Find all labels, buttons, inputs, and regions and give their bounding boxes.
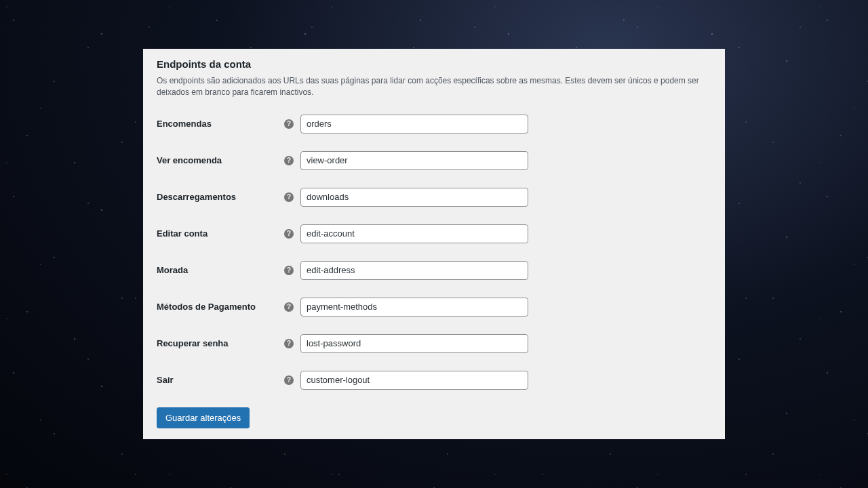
field-row-lost-password: Recuperar senha ? — [157, 334, 711, 353]
label-edit-address: Morada — [157, 265, 188, 275]
field-row-orders: Encomendas ? — [157, 115, 711, 134]
input-lost-password[interactable] — [300, 334, 528, 353]
label-lost-password: Recuperar senha — [157, 338, 229, 348]
help-icon[interactable]: ? — [284, 375, 294, 385]
field-row-view-order: Ver encomenda ? — [157, 151, 711, 170]
help-icon[interactable]: ? — [284, 156, 294, 165]
save-button[interactable]: Guardar alterações — [157, 407, 250, 428]
field-row-logout: Sair ? — [157, 371, 711, 390]
field-row-edit-address: Morada ? — [157, 261, 711, 280]
help-icon[interactable]: ? — [284, 119, 294, 129]
input-edit-address[interactable] — [300, 261, 528, 280]
section-description: Os endpoints são adicionados aos URLs da… — [157, 75, 711, 98]
label-logout: Sair — [157, 375, 174, 385]
label-view-order: Ver encomenda — [157, 155, 222, 165]
input-orders[interactable] — [300, 115, 528, 134]
help-icon[interactable]: ? — [284, 229, 294, 239]
label-downloads: Descarregamentos — [157, 192, 236, 202]
label-payment-methods: Métodos de Pagamento — [157, 302, 256, 312]
help-icon[interactable]: ? — [284, 339, 294, 348]
field-row-payment-methods: Métodos de Pagamento ? — [157, 298, 711, 317]
field-row-downloads: Descarregamentos ? — [157, 188, 711, 207]
input-edit-account[interactable] — [300, 224, 528, 243]
label-edit-account: Editar conta — [157, 228, 208, 239]
help-icon[interactable]: ? — [284, 302, 294, 312]
settings-panel: Endpoints da conta Os endpoints são adic… — [143, 49, 725, 439]
input-logout[interactable] — [300, 371, 528, 390]
input-payment-methods[interactable] — [300, 298, 528, 317]
input-view-order[interactable] — [300, 151, 528, 170]
label-orders: Encomendas — [157, 119, 212, 129]
help-icon[interactable]: ? — [284, 192, 294, 202]
section-title: Endpoints da conta — [157, 58, 711, 70]
field-row-edit-account: Editar conta ? — [157, 224, 711, 243]
input-downloads[interactable] — [300, 188, 528, 207]
help-icon[interactable]: ? — [284, 266, 294, 275]
